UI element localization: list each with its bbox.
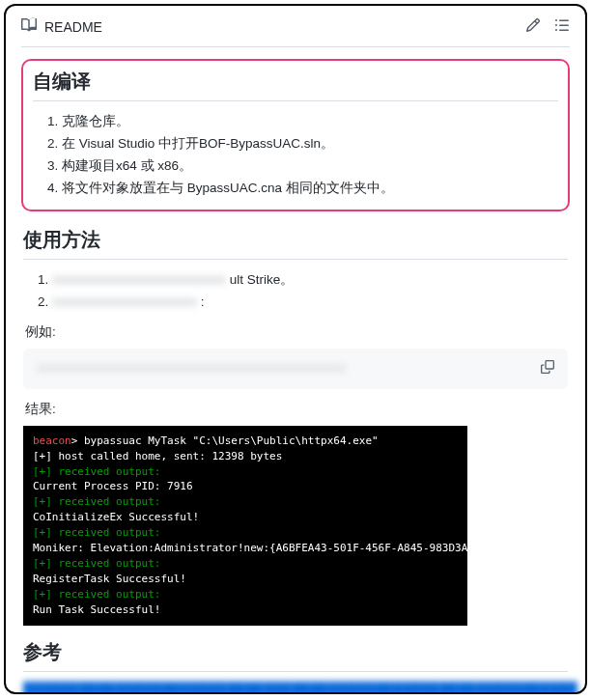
terminal-line: RegisterTask Successful! bbox=[33, 573, 186, 585]
terminal-line: [+] received output: bbox=[33, 495, 160, 508]
header-left: README bbox=[21, 17, 102, 37]
terminal-line: [+] host called home, sent: 12398 bytes bbox=[33, 450, 282, 462]
references-heading: 参考 bbox=[23, 639, 568, 672]
redacted-text bbox=[52, 297, 197, 307]
list-item: 将文件对象放置在与 BypassUAC.cna 相同的文件夹中。 bbox=[62, 178, 558, 200]
pencil-icon[interactable] bbox=[525, 17, 541, 37]
terminal-line: [+] received output: bbox=[33, 526, 160, 539]
terminal-line: [+] received output: bbox=[33, 588, 160, 601]
list-item: ult Strike。 bbox=[52, 269, 568, 292]
example-code-block bbox=[23, 349, 568, 389]
terminal-line: > bypassuac MyTask "C:\Users\Public\http… bbox=[71, 434, 379, 447]
terminal-prompt: beacon bbox=[33, 434, 71, 447]
usage-heading: 使用方法 bbox=[23, 227, 568, 260]
redacted-code bbox=[37, 364, 346, 373]
compile-section: 自编译 克隆仓库。 在 Visual Studio 中打开BOF-BypassU… bbox=[21, 59, 570, 211]
compile-steps: 克隆仓库。 在 Visual Studio 中打开BOF-BypassUAC.s… bbox=[33, 111, 558, 200]
list-icon[interactable] bbox=[554, 17, 570, 37]
reference-link[interactable]: ████████████████████████████████████████… bbox=[23, 682, 429, 694]
usage-steps: ult Strike。 : bbox=[23, 269, 568, 314]
terminal-output: beacon> bypassuac MyTask "C:\Users\Publi… bbox=[23, 426, 467, 626]
example-label: 例如: bbox=[25, 323, 568, 341]
result-label: 结果: bbox=[25, 401, 568, 418]
book-icon bbox=[21, 17, 37, 37]
header-actions bbox=[525, 17, 570, 37]
readme-header: README bbox=[21, 17, 570, 47]
readme-title: README bbox=[44, 19, 102, 35]
readme-panel: README 自编译 克隆仓库。 在 Visual Studio 中打开BOF-… bbox=[4, 4, 587, 694]
compile-heading: 自编译 bbox=[33, 69, 558, 101]
terminal-line: [+] received output: bbox=[33, 465, 160, 478]
terminal-line: Run Task Successful! bbox=[33, 603, 160, 616]
list-item: 构建项目x64 或 x86。 bbox=[62, 155, 558, 178]
terminal-line: [+] received output: bbox=[33, 557, 160, 570]
list-item: 在 Visual Studio 中打开BOF-BypassUAC.sln。 bbox=[62, 133, 558, 155]
list-item: : bbox=[52, 292, 568, 314]
readme-content: 自编译 克隆仓库。 在 Visual Studio 中打开BOF-BypassU… bbox=[21, 47, 570, 694]
usage-section: 使用方法 ult Strike。 : 例如: 结果: beacon> bypas… bbox=[21, 219, 570, 626]
usage-suffix: ult Strike。 bbox=[230, 272, 295, 287]
list-item: 克隆仓库。 bbox=[62, 111, 558, 133]
terminal-line: Current Process PID: 7916 bbox=[33, 480, 193, 492]
copy-icon[interactable] bbox=[541, 360, 554, 378]
redacted-text bbox=[52, 275, 226, 285]
terminal-line: Moniker: Elevation:Administrator!new:{A6… bbox=[33, 542, 513, 554]
references-section: 参考 █████████████████████████████████████… bbox=[21, 637, 570, 694]
terminal-line: CoInitializeEx Successful! bbox=[33, 511, 199, 523]
